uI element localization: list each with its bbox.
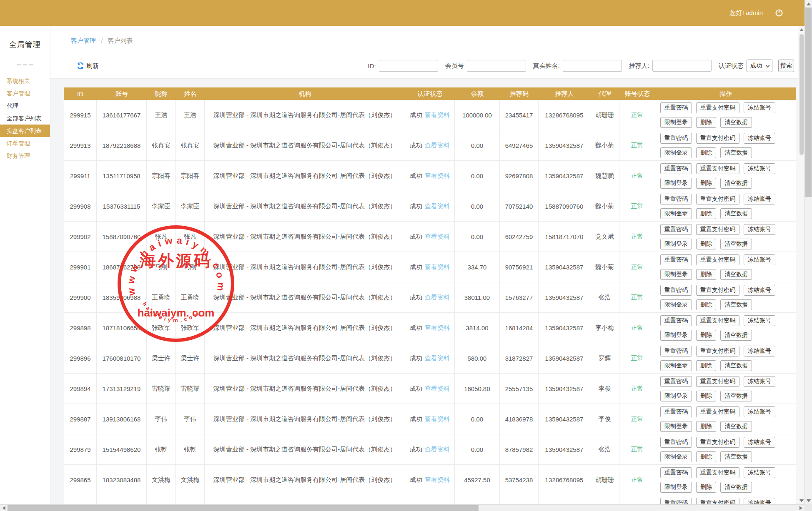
restrict-login-button[interactable]: 限制登录: [660, 451, 692, 462]
refresh-button[interactable]: 刷新: [77, 62, 99, 70]
restrict-login-button[interactable]: 限制登录: [660, 117, 692, 128]
search-button[interactable]: 搜索: [778, 60, 794, 72]
reset-password-button[interactable]: 重置密码: [660, 285, 692, 296]
reset-password-button[interactable]: 重置密码: [660, 498, 692, 505]
view-profile-link[interactable]: 查看资料: [425, 294, 450, 302]
restrict-login-button[interactable]: 限制登录: [660, 330, 692, 341]
view-profile-link[interactable]: 查看资料: [425, 476, 450, 484]
delete-button[interactable]: 删除: [696, 269, 716, 280]
freeze-account-button[interactable]: 冻结账号: [744, 102, 775, 113]
reset-password-button[interactable]: 重置密码: [660, 194, 692, 204]
reset-pay-password-button[interactable]: 重置支付密码: [696, 346, 739, 356]
reset-password-button[interactable]: 重置密码: [660, 346, 692, 356]
view-profile-link[interactable]: 查看资料: [425, 446, 450, 454]
reset-pay-password-button[interactable]: 重置支付密码: [696, 285, 739, 296]
delete-button[interactable]: 删除: [696, 239, 716, 249]
delete-button[interactable]: 删除: [696, 391, 716, 401]
delete-button[interactable]: 删除: [696, 299, 716, 310]
reset-pay-password-button[interactable]: 重置支付密码: [696, 224, 739, 235]
reset-password-button[interactable]: 重置密码: [660, 254, 692, 265]
reset-password-button[interactable]: 重置密码: [660, 437, 692, 448]
view-profile-link[interactable]: 查看资料: [425, 233, 450, 241]
delete-button[interactable]: 删除: [696, 147, 716, 158]
sidebar-item-4[interactable]: 实盘客户列表: [0, 125, 50, 137]
reset-pay-password-button[interactable]: 重置支付密码: [696, 376, 739, 387]
clear-data-button[interactable]: 清空数据: [720, 482, 752, 493]
freeze-account-button[interactable]: 冻结账号: [744, 467, 775, 478]
scroll-up-arrow-icon[interactable]: [798, 27, 805, 32]
reset-pay-password-button[interactable]: 重置支付密码: [696, 163, 739, 174]
reset-pay-password-button[interactable]: 重置支付密码: [696, 467, 739, 478]
clear-data-button[interactable]: 清空数据: [720, 421, 752, 432]
power-icon[interactable]: [774, 8, 784, 17]
reset-password-button[interactable]: 重置密码: [660, 102, 692, 113]
restrict-login-button[interactable]: 限制登录: [660, 482, 692, 493]
reset-pay-password-button[interactable]: 重置支付密码: [696, 406, 739, 417]
restrict-login-button[interactable]: 限制登录: [660, 421, 692, 432]
freeze-account-button[interactable]: 冻结账号: [744, 194, 775, 204]
delete-button[interactable]: 删除: [696, 117, 716, 128]
clear-data-button[interactable]: 清空数据: [720, 451, 752, 462]
reset-password-button[interactable]: 重置密码: [660, 133, 692, 144]
reset-password-button[interactable]: 重置密码: [660, 467, 692, 478]
freeze-account-button[interactable]: 冻结账号: [744, 254, 775, 265]
clear-data-button[interactable]: 清空数据: [720, 360, 752, 371]
sidebar-item-3[interactable]: 全部客户列表: [0, 112, 50, 125]
view-profile-link[interactable]: 查看资料: [425, 263, 450, 271]
clear-data-button[interactable]: 清空数据: [720, 391, 752, 401]
view-profile-link[interactable]: 查看资料: [425, 415, 450, 423]
view-profile-link[interactable]: 查看资料: [425, 385, 450, 393]
scroll-left-arrow-icon[interactable]: [1, 505, 7, 511]
view-profile-link[interactable]: 查看资料: [425, 354, 450, 362]
restrict-login-button[interactable]: 限制登录: [660, 208, 692, 219]
delete-button[interactable]: 删除: [696, 421, 716, 432]
reset-password-button[interactable]: 重置密码: [660, 224, 692, 235]
reset-pay-password-button[interactable]: 重置支付密码: [696, 498, 739, 505]
realname-input[interactable]: [563, 60, 622, 72]
scroll-up-arrow-icon[interactable]: [805, 1, 812, 7]
view-profile-link[interactable]: 查看资料: [425, 202, 450, 210]
freeze-account-button[interactable]: 冻结账号: [744, 315, 775, 326]
restrict-login-button[interactable]: 限制登录: [660, 299, 692, 310]
reset-pay-password-button[interactable]: 重置支付密码: [696, 133, 739, 144]
restrict-login-button[interactable]: 限制登录: [660, 147, 692, 158]
scroll-right-arrow-icon[interactable]: [798, 505, 804, 511]
clear-data-button[interactable]: 清空数据: [720, 269, 752, 280]
horizontal-scrollbar[interactable]: [0, 504, 804, 511]
view-profile-link[interactable]: 查看资料: [425, 111, 450, 119]
freeze-account-button[interactable]: 冻结账号: [744, 376, 775, 387]
reset-password-button[interactable]: 重置密码: [660, 376, 692, 387]
scroll-down-arrow-icon[interactable]: [805, 498, 812, 504]
id-input[interactable]: [379, 60, 438, 72]
reset-password-button[interactable]: 重置密码: [660, 406, 692, 417]
inner-vertical-scrollbar[interactable]: [798, 26, 804, 504]
freeze-account-button[interactable]: 冻结账号: [744, 163, 775, 174]
reset-pay-password-button[interactable]: 重置支付密码: [696, 437, 739, 448]
freeze-account-button[interactable]: 冻结账号: [744, 346, 775, 356]
clear-data-button[interactable]: 清空数据: [720, 239, 752, 249]
view-profile-link[interactable]: 查看资料: [425, 172, 450, 180]
breadcrumb-parent[interactable]: 客户管理: [71, 37, 96, 44]
sidebar-item-1[interactable]: 客户管理: [0, 87, 50, 100]
reset-password-button[interactable]: 重置密码: [660, 315, 692, 326]
clear-data-button[interactable]: 清空数据: [720, 330, 752, 341]
freeze-account-button[interactable]: 冻结账号: [744, 406, 775, 417]
clear-data-button[interactable]: 清空数据: [720, 147, 752, 158]
delete-button[interactable]: 删除: [696, 451, 716, 462]
restrict-login-button[interactable]: 限制登录: [660, 239, 692, 249]
delete-button[interactable]: 删除: [696, 208, 716, 219]
freeze-account-button[interactable]: 冻结账号: [744, 437, 775, 448]
scroll-down-arrow-icon[interactable]: [798, 498, 805, 504]
reset-pay-password-button[interactable]: 重置支付密码: [696, 102, 739, 113]
restrict-login-button[interactable]: 限制登录: [660, 178, 692, 189]
freeze-account-button[interactable]: 冻结账号: [744, 498, 775, 505]
reset-pay-password-button[interactable]: 重置支付密码: [696, 254, 739, 265]
view-profile-link[interactable]: 查看资料: [425, 324, 450, 332]
delete-button[interactable]: 删除: [696, 482, 716, 493]
restrict-login-button[interactable]: 限制登录: [660, 269, 692, 280]
reset-password-button[interactable]: 重置密码: [660, 163, 692, 174]
restrict-login-button[interactable]: 限制登录: [660, 360, 692, 371]
freeze-account-button[interactable]: 冻结账号: [744, 133, 775, 144]
clear-data-button[interactable]: 清空数据: [720, 178, 752, 189]
sidebar-item-0[interactable]: 系统相关: [0, 75, 50, 87]
